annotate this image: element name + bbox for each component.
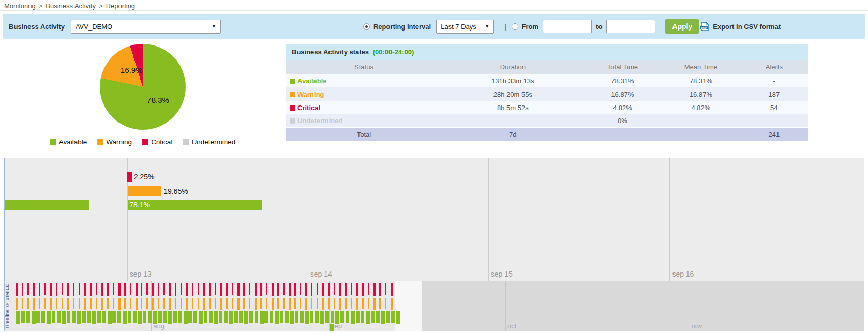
critical-event-tick bbox=[27, 283, 29, 295]
available-event-tick bbox=[128, 311, 131, 323]
reporting-interval-select[interactable]: Last 7 Days ▼ bbox=[436, 20, 494, 34]
warning-event-tick bbox=[277, 298, 279, 309]
table-cell: 187 bbox=[740, 87, 808, 101]
critical-event-tick bbox=[67, 283, 69, 296]
timeline-overview-band[interactable]: Timeline © SIMILE augsepoctnov bbox=[4, 281, 864, 331]
warning-event-tick bbox=[73, 298, 74, 309]
breadcrumb-link[interactable]: Reporting bbox=[106, 2, 135, 10]
available-event-tick bbox=[148, 311, 152, 323]
from-date-input[interactable] bbox=[543, 20, 592, 33]
critical-event-tick bbox=[379, 283, 381, 296]
available-event-tick bbox=[168, 311, 172, 324]
critical-event-tick bbox=[391, 283, 393, 296]
breadcrumb-link[interactable]: Monitoring bbox=[4, 2, 36, 10]
timeline-main-band[interactable]: sep 13sep 14sep 15sep 162.25%19.65%78.1% bbox=[4, 158, 864, 281]
legend-label: Available bbox=[59, 138, 87, 146]
day-gridline bbox=[488, 158, 489, 281]
available-event-tick bbox=[255, 311, 258, 323]
available-event-tick bbox=[143, 311, 146, 323]
available-event-tick bbox=[153, 311, 157, 324]
available-event-tick bbox=[361, 311, 364, 323]
critical-event-tick bbox=[356, 283, 358, 296]
critical-event-tick bbox=[33, 283, 35, 296]
critical-event-tick bbox=[209, 283, 211, 296]
critical-event-tick bbox=[220, 283, 222, 296]
table-cell: 78.31% bbox=[662, 74, 740, 87]
critical-event-tick bbox=[56, 283, 57, 296]
legend-item-undetermined: Undetermined bbox=[183, 138, 235, 146]
available-event-tick bbox=[41, 311, 45, 323]
custom-range-radio[interactable] bbox=[512, 23, 518, 30]
warning-event-tick bbox=[232, 298, 233, 309]
warning-event-tick bbox=[209, 298, 211, 309]
reporting-interval-radio[interactable] bbox=[363, 23, 370, 30]
available-event-tick bbox=[102, 311, 106, 323]
critical-event-tick bbox=[317, 283, 318, 295]
legend-item-critical: Critical bbox=[142, 138, 172, 146]
available-event-tick bbox=[366, 311, 370, 324]
available-event-tick bbox=[16, 311, 20, 324]
available-event-tick bbox=[335, 311, 339, 324]
critical-event-tick bbox=[44, 283, 46, 295]
table-cell: 0% bbox=[583, 114, 662, 128]
warning-event-tick bbox=[90, 298, 92, 309]
available-event-tick bbox=[351, 311, 355, 324]
breadcrumb-link[interactable]: Business Activity bbox=[46, 2, 96, 10]
table-row-critical: Critical8h 5m 52s4.82%4.82%54 bbox=[286, 101, 808, 114]
available-event-tick bbox=[123, 311, 127, 324]
critical-event-tick bbox=[289, 283, 291, 296]
warning-event-tick bbox=[215, 298, 216, 309]
critical-event-tick bbox=[226, 283, 228, 296]
export-csv-label: Export in CSV format bbox=[713, 23, 781, 31]
table-row-warning: Warning28h 20m 55s16.87%16.87%187 bbox=[286, 87, 808, 101]
warning-event-tick bbox=[283, 298, 285, 309]
warning-event-tick bbox=[391, 298, 393, 310]
available-event-tick bbox=[62, 311, 66, 324]
available-event-tick bbox=[178, 311, 182, 323]
warning-event-tick bbox=[328, 298, 330, 309]
month-gridline bbox=[690, 281, 690, 331]
critical-event-tick bbox=[84, 283, 86, 296]
table-cell: 54 bbox=[740, 101, 808, 114]
legend-swatch bbox=[50, 139, 56, 145]
status-name: Warning bbox=[297, 90, 324, 98]
warning-event-tick bbox=[356, 298, 358, 310]
warning-event-tick bbox=[373, 298, 376, 310]
warning-event-tick bbox=[79, 298, 80, 309]
column-header-status: Status bbox=[286, 60, 442, 74]
legend-item-available: Available bbox=[50, 138, 87, 146]
apply-button[interactable]: Apply bbox=[665, 19, 699, 34]
warning-event-tick bbox=[67, 298, 69, 310]
available-event-tick bbox=[340, 311, 344, 323]
available-event-tick bbox=[264, 311, 268, 323]
business-activity-select[interactable]: AVV_DEMO ▼ bbox=[71, 20, 221, 34]
warning-event-tick bbox=[237, 298, 240, 310]
table-total-row: Total 7d 241 bbox=[286, 128, 808, 141]
critical-event-tick bbox=[136, 283, 138, 296]
critical-event-tick bbox=[249, 283, 250, 295]
critical-event-tick bbox=[305, 283, 307, 296]
available-event-tick bbox=[325, 311, 329, 323]
critical-event-tick bbox=[163, 283, 165, 295]
available-event-tick bbox=[188, 311, 192, 323]
available-event-tick bbox=[300, 311, 304, 323]
separator: | bbox=[504, 23, 506, 31]
table-cell: - bbox=[740, 74, 808, 87]
warning-event-tick bbox=[289, 298, 291, 310]
warning-event-tick bbox=[311, 298, 312, 309]
day-label: sep 13 bbox=[130, 270, 152, 278]
warning-event-tick bbox=[169, 298, 171, 310]
to-date-input[interactable] bbox=[606, 20, 655, 33]
critical-event-tick bbox=[124, 283, 126, 296]
legend-label: Undetermined bbox=[191, 138, 235, 146]
critical-event-tick bbox=[141, 283, 142, 296]
csv-file-icon: csv bbox=[699, 22, 710, 31]
warning-event-tick bbox=[50, 298, 52, 310]
available-event-tick bbox=[52, 311, 55, 323]
export-csv-button[interactable]: csv Export in CSV format bbox=[699, 22, 781, 31]
warning-event-tick bbox=[113, 298, 114, 309]
status-color-square bbox=[290, 92, 295, 97]
available-event-tick bbox=[92, 311, 96, 324]
available-event-tick bbox=[214, 311, 218, 324]
warning-event-tick bbox=[22, 298, 23, 309]
